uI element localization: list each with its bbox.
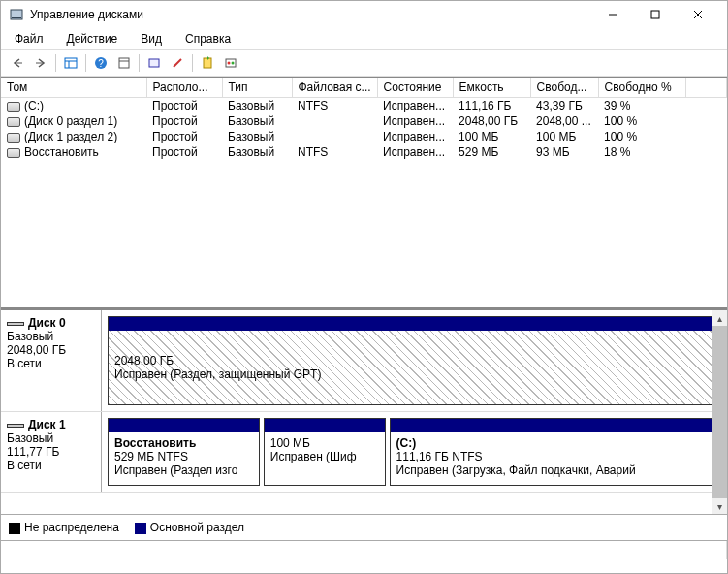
disk-icon xyxy=(7,424,24,428)
svg-point-16 xyxy=(228,62,231,65)
window-title: Управление дисками xyxy=(30,8,591,21)
partition-body: 100 МБИсправен (Шиф xyxy=(265,432,385,485)
partition-header xyxy=(109,317,720,331)
menu-file[interactable]: Файл xyxy=(5,30,53,48)
scrollbar-vertical[interactable]: ▴ ▾ xyxy=(712,310,727,514)
svg-rect-3 xyxy=(651,11,659,18)
partition-header xyxy=(391,419,720,432)
column-header[interactable]: Емкость xyxy=(453,78,530,98)
legend: Не распределена Основной раздел xyxy=(1,514,727,540)
volume-icon xyxy=(7,148,20,158)
menu-help[interactable]: Справка xyxy=(175,30,240,48)
app-icon xyxy=(9,7,24,22)
maximize-button[interactable] xyxy=(634,3,677,26)
menu-action[interactable]: Действие xyxy=(57,30,128,48)
volume-name: (Диск 0 раздел 1) xyxy=(1,113,146,129)
partition[interactable]: Восстановить529 МБ NTFSИсправен (Раздел … xyxy=(108,418,260,486)
scroll-down-icon[interactable]: ▾ xyxy=(712,498,727,514)
volume-name: (C:) xyxy=(1,98,146,114)
disk-icon xyxy=(7,322,24,326)
refresh-icon[interactable] xyxy=(197,52,218,74)
table-row[interactable]: ВосстановитьПростойБазовыйNTFSИсправен..… xyxy=(1,144,727,160)
partition-body: (C:)111,16 ГБ NTFSИсправен (Загрузка, Фа… xyxy=(391,432,720,485)
partition-body: 2048,00 ГБИсправен (Раздел, защищенный G… xyxy=(109,331,720,404)
volume-list[interactable]: ТомРасполо...ТипФайловая с...СостояниеЕм… xyxy=(1,78,727,310)
volume-icon xyxy=(7,133,20,143)
svg-rect-11 xyxy=(119,58,129,68)
disk-label[interactable]: Диск 0Базовый2048,00 ГБВ сети xyxy=(1,310,102,411)
partition[interactable]: 2048,00 ГБИсправен (Раздел, защищенный G… xyxy=(108,316,721,405)
partition[interactable]: (C:)111,16 ГБ NTFSИсправен (Загрузка, Фа… xyxy=(390,418,721,486)
svg-text:?: ? xyxy=(98,58,104,69)
forward-button[interactable] xyxy=(30,52,51,74)
disk-label[interactable]: Диск 1Базовый111,77 ГБВ сети xyxy=(1,412,102,492)
menubar: Файл Действие Вид Справка xyxy=(1,28,727,49)
toolbar-icon-2[interactable] xyxy=(143,52,165,74)
legend-unallocated-swatch xyxy=(9,523,20,534)
close-button[interactable] xyxy=(677,3,719,26)
column-header[interactable]: Том xyxy=(1,78,146,98)
table-row[interactable]: (Диск 1 раздел 2)ПростойБазовыйИсправен.… xyxy=(1,129,727,144)
volume-name: (Диск 1 раздел 2) xyxy=(1,129,146,144)
column-header[interactable]: Состояние xyxy=(377,78,453,98)
volume-name: Восстановить xyxy=(1,144,146,160)
statusbar xyxy=(1,540,727,559)
legend-primary-swatch xyxy=(135,523,146,534)
partition-header xyxy=(109,419,259,432)
titlebar: Управление дисками xyxy=(1,1,727,28)
table-row[interactable]: (C:)ПростойБазовыйNTFSИсправен...111,16 … xyxy=(1,98,727,114)
partition-body: Восстановить529 МБ NTFSИсправен (Раздел … xyxy=(109,432,259,485)
legend-primary-label: Основной раздел xyxy=(150,521,244,534)
scroll-up-icon[interactable]: ▴ xyxy=(712,310,727,326)
column-header[interactable]: Тип xyxy=(222,78,292,98)
volume-icon xyxy=(7,102,20,112)
legend-unallocated-label: Не распределена xyxy=(24,521,119,534)
column-header[interactable]: Свободно % xyxy=(598,78,685,98)
svg-rect-1 xyxy=(12,17,21,18)
volume-icon xyxy=(7,117,20,127)
help-icon[interactable]: ? xyxy=(90,52,111,74)
minimize-button[interactable] xyxy=(591,3,634,26)
back-button[interactable] xyxy=(7,52,28,74)
toolbar-icon-1[interactable] xyxy=(113,52,135,74)
svg-point-17 xyxy=(232,62,235,65)
column-header[interactable]: Свобод... xyxy=(530,78,598,98)
svg-rect-13 xyxy=(149,59,159,67)
table-row[interactable]: (Диск 0 раздел 1)ПростойБазовыйИсправен.… xyxy=(1,113,727,129)
svg-rect-6 xyxy=(65,58,77,68)
partition-header xyxy=(265,419,385,432)
disk-row: Диск 1Базовый111,77 ГБВ сетиВосстановить… xyxy=(1,412,727,493)
toolbar-icon-3[interactable] xyxy=(220,52,241,74)
column-header[interactable]: Располо... xyxy=(146,78,222,98)
toolbar: ? xyxy=(1,49,727,77)
menu-view[interactable]: Вид xyxy=(131,30,172,48)
disk-graphical-view[interactable]: Диск 0Базовый2048,00 ГБВ сети2048,00 ГБИ… xyxy=(1,310,727,514)
show-hide-console-icon[interactable] xyxy=(60,52,81,74)
partition[interactable]: 100 МБИсправен (Шиф xyxy=(264,418,386,486)
properties-icon[interactable] xyxy=(167,52,188,74)
column-header[interactable]: Файловая с... xyxy=(292,78,377,98)
disk-row: Диск 0Базовый2048,00 ГБВ сети2048,00 ГБИ… xyxy=(1,310,727,412)
